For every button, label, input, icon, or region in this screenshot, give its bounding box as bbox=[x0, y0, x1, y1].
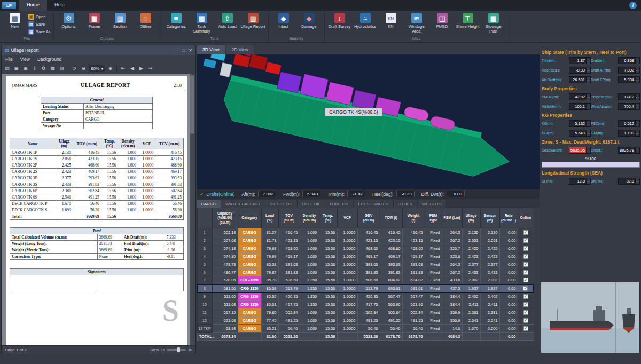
online-checkbox[interactable]: ✓ bbox=[523, 310, 528, 315]
tank-row-12[interactable]: 12621.68CARGO77.45491.251.00015.561.0000… bbox=[197, 316, 534, 325]
tank-tab-fresh-water[interactable]: FRESH WATER bbox=[354, 200, 393, 208]
print-icon[interactable]: ▣ bbox=[12, 65, 20, 73]
zoom-select[interactable]: 80%▾ bbox=[89, 65, 105, 72]
ribbon-button-auto-load[interactable]: ⇧Auto Load bbox=[215, 12, 240, 29]
column-header-rate[interactable]: Rate (cu.m/...) bbox=[499, 208, 518, 228]
tank-row-5[interactable]: 5478.73CARGO80.38393.631.00015.561.00003… bbox=[197, 260, 534, 268]
ribbon-button-pmbd[interactable]: ◫PMBD bbox=[430, 12, 455, 29]
prev-page-icon[interactable]: ◀ bbox=[128, 65, 136, 73]
tank-tab-diesel-oil[interactable]: DIESEL OIL bbox=[265, 200, 298, 208]
field-value[interactable]: 106.1 bbox=[569, 103, 587, 110]
stepper-button[interactable]: ⋯ bbox=[587, 67, 591, 74]
ribbon-button-new[interactable]: ▤New bbox=[3, 12, 27, 29]
ribbon-button-options[interactable]: ⚙Options bbox=[57, 12, 81, 29]
online-checkbox[interactable]: ✓ bbox=[523, 318, 528, 323]
zoom-out-icon[interactable]: ⊖ bbox=[80, 65, 88, 73]
stepper-button[interactable]: ⋯ bbox=[636, 147, 640, 154]
field-value[interactable]: 6.868 bbox=[618, 57, 636, 64]
column-header-gsv[interactable]: GSV (cu.m) bbox=[357, 208, 380, 228]
column-header-online[interactable]: Online bbox=[518, 208, 534, 228]
ribbon-button-categories[interactable]: ≡Categories bbox=[164, 12, 189, 29]
layout-icon[interactable]: ▦ bbox=[49, 65, 57, 73]
tank-tab-fuel-oil[interactable]: FUEL OIL bbox=[298, 200, 325, 208]
online-checkbox[interactable]: ✓ bbox=[523, 278, 528, 282]
ribbon-button-damage[interactable]: ◆Damage bbox=[297, 12, 322, 29]
ribbon-button-offline[interactable]: ◌Offline bbox=[134, 12, 158, 29]
scrollbar-thumb[interactable] bbox=[190, 75, 194, 134]
menu-background[interactable]: Background bbox=[34, 57, 65, 62]
column-header-vcf[interactable]: VCF bbox=[337, 208, 357, 228]
field-value[interactable]: 700.4 bbox=[618, 103, 636, 110]
field-value[interactable]: 5.934 bbox=[618, 76, 636, 83]
ribbon-button-draft-survey[interactable]: ↕Draft Survey bbox=[327, 12, 352, 29]
report-scrollbar[interactable] bbox=[190, 74, 195, 345]
zoom-in-icon[interactable]: ⊕ bbox=[188, 347, 192, 352]
ribbon-button-save[interactable]: ▦Save bbox=[28, 21, 51, 27]
column-header-load[interactable]: Load (%) bbox=[261, 208, 278, 228]
maximize-icon[interactable]: □ bbox=[182, 48, 185, 53]
column-header-fsm[interactable]: FSM Type bbox=[425, 208, 442, 228]
ribbon-button-stowage-plan[interactable]: ▦Stowage Plan bbox=[481, 12, 506, 34]
tank-tab-lube-oil[interactable]: LUBE OIL bbox=[325, 200, 354, 208]
online-checkbox[interactable]: ✓ bbox=[523, 254, 528, 259]
zoom-in-icon[interactable]: ⊕ bbox=[106, 65, 114, 73]
ribbon-button-hydrostatics[interactable]: ≈Hydrostatics bbox=[353, 12, 378, 29]
field-value[interactable]: 26.501 bbox=[569, 76, 587, 83]
export-icon[interactable]: ⇓ bbox=[30, 65, 38, 73]
info-button[interactable]: i bbox=[629, 2, 637, 9]
ribbon-button-ullage-report[interactable]: ▥Ullage Report bbox=[241, 12, 265, 29]
tank-row-11[interactable]: 11517.15CARGO79.80502.841.00015.561.0000… bbox=[197, 308, 534, 316]
column-header-density[interactable]: Density (t/cu.m) bbox=[300, 208, 319, 228]
online-checkbox[interactable]: ✓ bbox=[523, 238, 528, 243]
tank-row-2[interactable]: 2507.08CARGO81.78423.151.00015.561.00004… bbox=[197, 236, 534, 244]
ribbon-button-save-as[interactable]: ▦Save As bbox=[28, 28, 51, 35]
stepper-button[interactable]: ⋯ bbox=[636, 120, 640, 127]
ribbon-button-shore-height[interactable]: ⊤Shore Height bbox=[456, 12, 480, 29]
close-icon[interactable]: ✕ bbox=[189, 48, 192, 53]
stepper-button[interactable]: ⋯ bbox=[636, 76, 640, 83]
menu-view[interactable]: View bbox=[17, 57, 34, 62]
field-value[interactable]: -0.33 bbox=[569, 67, 587, 74]
field-value[interactable]: 12.8 bbox=[569, 178, 587, 185]
tank-row-10[interactable]: 10511.68CRG-135080.01417.751.35015.561.0… bbox=[197, 300, 534, 308]
column-header-capacity[interactable]: Capacity (%98.00) (cu.m) bbox=[212, 208, 238, 228]
stepper-button[interactable]: ⋯ bbox=[587, 103, 591, 110]
stepper-button[interactable]: ⋯ bbox=[587, 76, 591, 83]
field-value[interactable]: 7.802 bbox=[618, 67, 636, 74]
watermark-icon[interactable]: ▧ bbox=[58, 65, 66, 73]
field-value[interactable]: 0.512 bbox=[618, 120, 636, 127]
ribbon-button-section[interactable]: ▥Section bbox=[108, 12, 132, 29]
online-checkbox[interactable]: ✓ bbox=[523, 246, 528, 251]
ribbon-button-intact[interactable]: ◆Intact bbox=[271, 12, 296, 29]
menu-file[interactable]: File bbox=[2, 57, 17, 62]
field-value[interactable]: 1.190 bbox=[618, 130, 636, 137]
online-checkbox[interactable]: ✓ bbox=[523, 302, 528, 307]
tank-tab-cargo[interactable]: CARGO bbox=[197, 200, 221, 208]
ribbon-button-tank-summary[interactable]: ▤Tank Summary bbox=[190, 12, 214, 34]
stepper-button[interactable]: ⋯ bbox=[636, 57, 640, 64]
stepper-button[interactable]: ⋯ bbox=[587, 130, 591, 137]
tank-row-9[interactable]: 9511.60CRG-135080.52420.351.35015.561.00… bbox=[197, 292, 534, 300]
tank-row-1[interactable]: 1502.18CARGO81.27416.451.00015.561.00004… bbox=[197, 228, 534, 236]
refresh-icon[interactable]: ⟳ bbox=[71, 65, 79, 73]
stepper-button[interactable]: ⋯ bbox=[636, 130, 640, 137]
view-tab-3d-view[interactable]: 3D View bbox=[197, 45, 225, 54]
column-header-fsm-t-m[interactable]: FSM (t.m) bbox=[442, 208, 462, 228]
zoom-out-icon[interactable]: ⊖ bbox=[161, 347, 165, 352]
ribbon-button-frame[interactable]: ▦Frame bbox=[82, 12, 107, 29]
column-header-category[interactable]: Category bbox=[238, 208, 261, 228]
column-header-temp[interactable]: Temp. (°C) bbox=[319, 208, 337, 228]
tank-row-4[interactable]: 4574.80CARGO79.99469.171.00015.561.00004… bbox=[197, 252, 534, 260]
quick-print-icon[interactable]: ▣ bbox=[21, 65, 29, 73]
online-checkbox[interactable]: ✓ bbox=[523, 294, 528, 299]
column-header-tcw-t[interactable]: TCW (t) bbox=[380, 208, 402, 228]
tank-tab-weights[interactable]: WEIGHTS bbox=[418, 200, 447, 208]
field-value[interactable]: 32.8 bbox=[618, 178, 636, 185]
report-window-titlebar[interactable]: ▤ Ullage Report — □ ✕ bbox=[2, 45, 195, 55]
online-checkbox[interactable]: ✓ bbox=[523, 286, 528, 291]
document-icon[interactable]: ▤ bbox=[3, 65, 11, 73]
zoom-slider[interactable] bbox=[167, 349, 186, 351]
column-header-sensor[interactable]: Sensor (m) bbox=[480, 208, 499, 228]
stepper-button[interactable]: ⋯ bbox=[636, 178, 640, 185]
ribbon-tab-home[interactable]: Home bbox=[19, 0, 47, 11]
